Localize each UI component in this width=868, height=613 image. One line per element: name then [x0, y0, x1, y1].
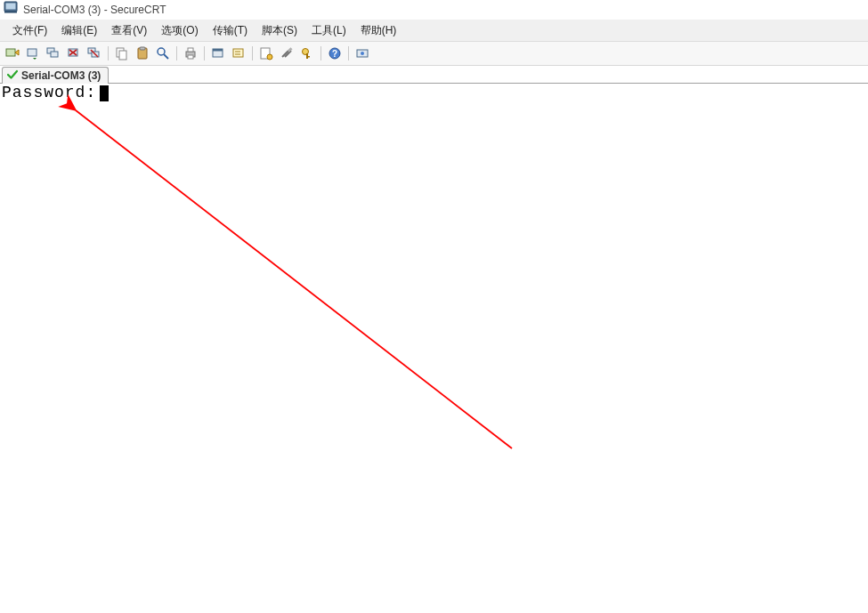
- tab-serial-com3[interactable]: Serial-COM3 (3): [2, 67, 109, 84]
- terminal-prompt: Password:: [2, 84, 96, 101]
- quick-connect-icon[interactable]: [4, 44, 21, 62]
- title-bar: Serial-COM3 (3) - SecureCRT: [0, 0, 868, 20]
- terminal-cursor: [100, 85, 109, 101]
- svg-rect-20: [188, 48, 193, 52]
- menu-script[interactable]: 脚本(S): [255, 22, 304, 39]
- command-window-icon[interactable]: [230, 44, 247, 62]
- app-icon: [4, 0, 18, 20]
- find-icon[interactable]: [154, 44, 172, 62]
- menu-edit[interactable]: 编辑(E): [54, 22, 104, 39]
- tab-bar: Serial-COM3 (3): [0, 66, 868, 84]
- svg-rect-1: [6, 3, 16, 9]
- svg-rect-24: [233, 49, 243, 57]
- svg-line-18: [164, 54, 168, 59]
- svg-point-28: [267, 54, 272, 60]
- svg-point-17: [158, 48, 165, 55]
- properties-icon[interactable]: [257, 44, 275, 62]
- svg-point-38: [361, 52, 364, 55]
- terminal-prompt-line: Password:: [2, 84, 109, 101]
- menu-view[interactable]: 查看(V): [104, 22, 154, 39]
- reconnect-all-icon[interactable]: [45, 44, 62, 62]
- toolbar: ?: [0, 42, 868, 66]
- paste-icon[interactable]: [134, 44, 151, 62]
- svg-rect-34: [306, 56, 310, 58]
- session-manager-icon[interactable]: [209, 44, 227, 62]
- keymap-icon[interactable]: [298, 44, 316, 62]
- svg-rect-6: [51, 52, 58, 57]
- menu-transfer[interactable]: 传输(T): [206, 22, 255, 39]
- svg-rect-21: [188, 55, 193, 59]
- annotation-arrow: [0, 84, 868, 613]
- menu-options[interactable]: 选项(O): [154, 22, 205, 39]
- svg-rect-16: [140, 47, 145, 50]
- terminal-area[interactable]: Password:: [0, 84, 868, 613]
- toolbar-separator: [176, 46, 177, 60]
- svg-rect-23: [213, 49, 223, 52]
- window-title: Serial-COM3 (3) - SecureCRT: [23, 0, 166, 20]
- about-icon[interactable]: [353, 44, 371, 62]
- menu-bar: 文件(F) 编辑(E) 查看(V) 选项(O) 传输(T) 脚本(S) 工具(L…: [0, 20, 868, 42]
- tab-connected-icon: [7, 69, 18, 83]
- toolbar-separator: [252, 46, 253, 60]
- toolbar-separator: [204, 46, 205, 60]
- menu-tools[interactable]: 工具(L): [304, 22, 353, 39]
- svg-rect-3: [6, 49, 15, 56]
- toolbar-separator: [108, 46, 109, 60]
- tab-label: Serial-COM3 (3): [21, 69, 101, 82]
- svg-rect-4: [28, 49, 37, 56]
- disconnect-icon[interactable]: [65, 44, 83, 62]
- reconnect-icon[interactable]: [24, 44, 42, 62]
- svg-line-39: [76, 110, 512, 448]
- svg-rect-2: [4, 12, 17, 13]
- toolbar-separator: [348, 46, 349, 60]
- disconnect-all-icon[interactable]: [85, 44, 103, 62]
- settings-icon[interactable]: [278, 44, 296, 62]
- svg-text:?: ?: [332, 49, 337, 59]
- menu-file[interactable]: 文件(F): [5, 22, 54, 39]
- svg-rect-14: [119, 51, 126, 60]
- help-icon[interactable]: ?: [326, 44, 344, 62]
- menu-help[interactable]: 帮助(H): [353, 22, 404, 39]
- copy-icon[interactable]: [113, 44, 131, 62]
- toolbar-separator: [320, 46, 321, 60]
- print-icon[interactable]: [182, 44, 199, 62]
